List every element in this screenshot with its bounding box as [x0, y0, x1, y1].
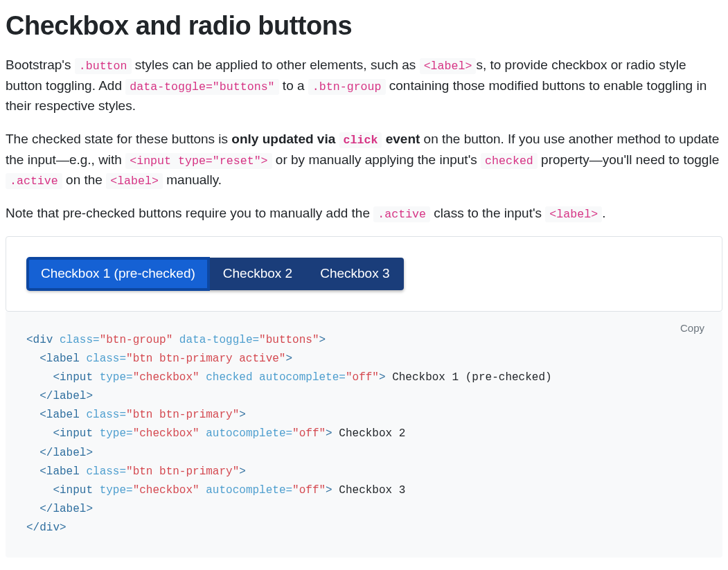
code-data-toggle: data-toggle="buttons" [125, 79, 278, 95]
code-checked: checked [481, 153, 538, 169]
button-group: Checkbox 1 (pre-checked) Checkbox 2 Chec… [27, 258, 404, 290]
text: Bootstrap's [6, 57, 75, 72]
code-label: <label> [106, 173, 163, 189]
text: event [382, 132, 420, 146]
text: only updated via [231, 132, 339, 146]
example-box: Checkbox 1 (pre-checked) Checkbox 2 Chec… [6, 236, 722, 312]
checkbox-button-3[interactable]: Checkbox 3 [306, 258, 403, 290]
checkbox-button-2[interactable]: Checkbox 2 [209, 258, 306, 290]
intro-paragraph-1: Bootstrap's .button styles can be applie… [6, 55, 722, 116]
code: <div class="btn-group" data-toggle="butt… [26, 334, 552, 535]
code-button: .button [75, 58, 132, 74]
bold-text: only updated via click event [231, 132, 420, 146]
code-active: .active [6, 173, 62, 189]
intro-paragraph-3: Note that pre-checked buttons require yo… [6, 203, 722, 224]
code-btn-group: .btn-group [308, 79, 386, 95]
text: Note that pre-checked buttons require yo… [6, 206, 373, 220]
code-active: .active [373, 206, 430, 222]
text: or by manually applying the input's [272, 152, 481, 167]
text: to a [279, 78, 308, 93]
text: . [602, 206, 605, 220]
text: class to the input's [430, 206, 545, 220]
page-title: Checkbox and radio buttons [6, 6, 722, 46]
code-input-reset: <input type="reset"> [125, 153, 272, 169]
text: The checked state for these buttons is [6, 132, 231, 146]
text: manually. [163, 172, 222, 187]
intro-paragraph-2: The checked state for these buttons is o… [6, 129, 722, 190]
checkbox-button-1[interactable]: Checkbox 1 (pre-checked) [27, 258, 209, 290]
text: styles can be applied to other elements,… [132, 57, 420, 72]
code-click: click [339, 132, 382, 148]
code-label: <label> [420, 58, 477, 74]
copy-button[interactable]: Copy [676, 321, 709, 335]
text: on the [62, 172, 106, 187]
code-label: <label> [545, 206, 602, 222]
text: property—you'll need to toggle [538, 152, 719, 167]
code-block: Copy<div class="btn-group" data-toggle="… [6, 312, 722, 558]
